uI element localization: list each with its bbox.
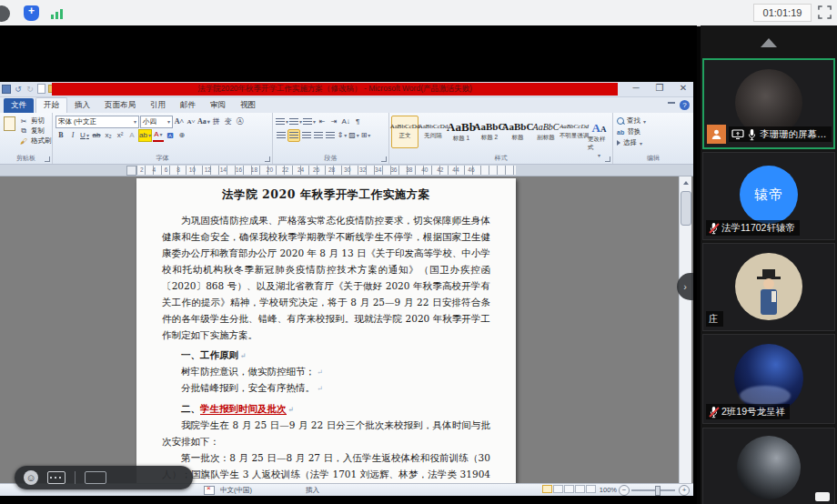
scroll-up-icon[interactable] — [680, 176, 691, 188]
char-shading-icon[interactable]: 🅰 — [165, 130, 176, 141]
decrease-indent-icon[interactable]: ⇤ — [317, 116, 328, 127]
floating-toolbar[interactable] — [15, 466, 193, 489]
increase-indent-icon[interactable]: ⇥ — [328, 116, 339, 127]
zoom-slider[interactable] — [631, 489, 675, 491]
align-left-button[interactable] — [276, 130, 287, 141]
web-layout-view-button[interactable] — [564, 485, 574, 493]
dialog-launcher-icon[interactable] — [381, 156, 387, 162]
shield-plus-icon[interactable] — [24, 5, 39, 21]
sort-icon[interactable]: A↓ — [340, 116, 351, 127]
keyboard-icon[interactable] — [47, 471, 66, 484]
participant-tile[interactable]: 辕帝 法学11702轩辕帝 — [702, 152, 835, 240]
close-button[interactable]: ✕ — [677, 83, 690, 93]
print-layout-view-button[interactable] — [542, 485, 552, 493]
numbering-button[interactable] — [289, 116, 302, 127]
bold-button[interactable]: B — [55, 130, 66, 141]
change-case-icon[interactable]: Aa — [197, 116, 210, 127]
char-border-icon[interactable]: 变 — [223, 116, 234, 127]
dialog-launcher-icon[interactable] — [265, 156, 270, 162]
participant-tile[interactable]: 2班19号龙呈祥 — [702, 334, 835, 424]
justify-button[interactable] — [313, 130, 324, 141]
font-name-select[interactable]: 宋体 (中文正 — [55, 116, 139, 128]
tab-references[interactable]: 引用 — [143, 98, 173, 113]
tab-page-layout[interactable]: 页面布局 — [97, 98, 143, 113]
scrollbar-thumb[interactable] — [681, 191, 691, 226]
format-painter-button[interactable]: 🖌格式刷 — [18, 136, 52, 146]
language-indicator[interactable]: 中文(中国) — [220, 486, 252, 495]
enclose-char-icon[interactable]: Ⓐ — [235, 116, 246, 127]
align-center-button[interactable] — [287, 129, 300, 142]
show-marks-icon[interactable]: ¶ — [352, 116, 363, 127]
save-icon[interactable] — [2, 85, 11, 94]
emoji-icon[interactable] — [24, 470, 38, 485]
highlight-button[interactable]: ab — [138, 129, 152, 142]
tab-mailings[interactable]: 邮件 — [173, 98, 203, 113]
zoom-slider-thumb[interactable] — [655, 486, 661, 496]
zoom-level[interactable]: 100% — [600, 486, 617, 494]
find-button[interactable]: 查找▾ — [617, 116, 690, 126]
tab-selector-icon[interactable] — [126, 166, 136, 176]
style-normal[interactable]: AaBbCcDd 正文 — [391, 116, 418, 148]
bullets-button[interactable] — [276, 116, 288, 127]
minimize-ribbon-icon[interactable] — [668, 102, 675, 108]
grow-font-icon[interactable]: A˄ — [174, 116, 185, 127]
superscript-button[interactable]: x² — [115, 130, 126, 141]
word-titlebar[interactable]: ↺ ↻ ▾ 法学院2020年秋季开学工作实施方案（修改稿） - Microsof… — [0, 82, 693, 97]
vertical-scrollbar[interactable] — [679, 176, 691, 483]
style-subtle-emphasis[interactable]: AaBbCcDd 不明显强调 — [560, 116, 588, 148]
spellcheck-icon[interactable] — [204, 486, 215, 495]
new-doc-icon[interactable] — [37, 84, 45, 94]
zoom-in-button[interactable]: + — [679, 485, 690, 496]
more-tools-icon[interactable] — [85, 471, 106, 484]
cut-button[interactable]: ✂剪切 — [18, 116, 52, 126]
restore-button[interactable]: ❐ — [653, 83, 666, 93]
collapse-up-icon[interactable] — [761, 38, 777, 47]
subscript-button[interactable]: x₂ — [103, 130, 114, 141]
shading-button[interactable]: ▨ — [348, 130, 359, 141]
circle-char-icon[interactable]: ⊕ — [176, 130, 187, 141]
draft-view-button[interactable] — [586, 485, 596, 493]
distribute-button[interactable] — [325, 130, 336, 141]
italic-button[interactable]: I — [67, 130, 78, 141]
style-heading1[interactable]: AaBb 标题 1 — [448, 116, 475, 148]
minimize-button[interactable]: ─ — [630, 83, 642, 93]
zoom-out-button[interactable]: − — [619, 485, 630, 496]
line-spacing-button[interactable]: ⇕ — [337, 130, 348, 141]
strikethrough-button[interactable]: ab — [91, 130, 102, 141]
font-size-select[interactable]: 小四 — [140, 116, 173, 128]
outline-view-button[interactable] — [575, 485, 585, 493]
tab-review[interactable]: 审阅 — [203, 98, 233, 113]
dialog-launcher-icon[interactable] — [45, 156, 50, 162]
dialog-launcher-icon[interactable] — [605, 156, 610, 162]
underline-button[interactable]: U — [79, 130, 90, 141]
align-right-button[interactable] — [301, 130, 312, 141]
horizontal-ruler[interactable]: 2 4 6 8 10 12 14 16 18 20 22 24 26 28 30… — [0, 165, 693, 176]
copy-button[interactable]: ⧉复制 — [18, 126, 52, 136]
help-icon[interactable] — [680, 100, 690, 110]
clear-format-icon[interactable]: A — [126, 130, 137, 141]
multilevel-list-button[interactable] — [303, 116, 316, 127]
style-heading2[interactable]: AaBbC 标题 2 — [476, 116, 503, 148]
document-page[interactable]: 法学院 2020 年秋季开学工作实施方案 为巩固疫情防控成果、严格落实常态化疫情… — [136, 178, 516, 483]
tab-view[interactable]: 视图 — [233, 98, 263, 113]
insert-mode-indicator[interactable]: 插入 — [306, 486, 319, 495]
style-title[interactable]: AaBbC 标题 — [504, 116, 531, 148]
phonetic-guide-icon[interactable]: 拼 — [211, 116, 222, 127]
font-color-button[interactable]: A — [153, 129, 164, 142]
participant-tile[interactable]: 吴永芳 — [702, 428, 835, 504]
borders-button[interactable]: ⊞ — [360, 130, 371, 141]
participant-tile[interactable]: 李珊珊的屏幕… — [702, 58, 835, 149]
replace-button[interactable]: ab替换 — [617, 127, 690, 136]
select-button[interactable]: 选择▾ — [617, 138, 690, 147]
fullscreen-icon[interactable] — [818, 5, 832, 19]
participant-tile[interactable]: 庄 — [702, 243, 835, 331]
shrink-font-icon[interactable]: A˅ — [186, 116, 197, 127]
tab-file[interactable]: 文件 — [4, 98, 34, 113]
tab-insert[interactable]: 插入 — [67, 98, 97, 113]
fullscreen-reading-view-button[interactable] — [553, 485, 563, 493]
style-no-spacing[interactable]: AaBbCcDd 无间隔 — [419, 116, 447, 148]
style-subtitle[interactable]: AaBbC 副标题 — [532, 116, 560, 148]
redo-icon[interactable]: ↻ — [25, 85, 35, 94]
tab-home[interactable]: 开始 — [35, 97, 67, 113]
undo-icon[interactable]: ↺ — [14, 85, 23, 94]
